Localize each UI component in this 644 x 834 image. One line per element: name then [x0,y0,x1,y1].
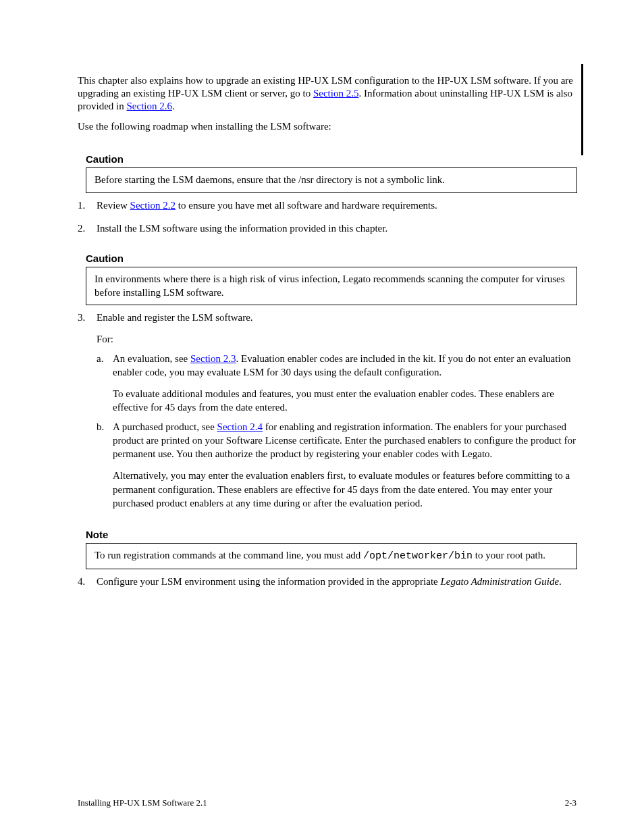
step-3-body: Enable and register the LSM software. [97,311,577,324]
step-4-num: 4. [78,575,97,588]
note-code: /opt/networker/bin [363,550,473,562]
note-post: to your root path. [473,550,545,561]
footer-section: Installing HP-UX LSM Software 2.1 [78,798,207,808]
substep-a: a. An evaluation, see Section 2.3. Evalu… [97,352,577,415]
substep-a-pre: An evaluation, see [113,353,190,364]
step-1: 1. Review Section 2.2 to ensure you have… [78,199,577,212]
roadmap-line: Use the following roadmap when installin… [78,120,577,133]
step-1-text-a: Review [97,200,130,211]
step-1-num: 1. [78,199,97,212]
intro-text-c: . [172,101,175,111]
step-4-post: . [559,576,562,587]
step-4-ital: Legato Administration Guide [440,576,559,587]
step-3-num: 3. [78,311,97,513]
step-2-num: 2. [78,221,97,235]
intro-paragraph: This chapter also explains how to upgrad… [78,74,577,112]
link-section-2-6[interactable]: Section 2.6 [127,101,173,111]
note-box: To run registration commands at the comm… [86,543,577,569]
caution-box-1: Before starting the LSM daemons, ensure … [86,167,577,193]
substep-b-p2: Alternatively, you may enter the evaluat… [113,469,577,510]
link-section-2-4[interactable]: Section 2.4 [217,421,263,432]
main-content: This chapter also explains how to upgrad… [78,74,577,598]
substep-b-label: b. [97,420,113,511]
note-label: Note [86,529,577,540]
step-2-body: Install the LSM software using the infor… [97,221,577,235]
caution-label-1: Caution [86,153,577,165]
step-3: 3. Enable and register the LSM software.… [78,311,577,513]
change-bar [581,64,583,155]
link-section-2-2[interactable]: Section 2.2 [130,200,176,211]
substep-a-label: a. [97,352,113,415]
step-4-pre: Configure your LSM environment using the… [97,576,440,587]
step-4: 4. Configure your LSM environment using … [78,575,577,588]
substep-b: b. A purchased product, see Section 2.4 … [97,420,577,511]
substep-b-pre: A purchased product, see [113,421,217,432]
caution-label-2: Caution [86,253,577,264]
link-section-2-5[interactable]: Section 2.5 [313,88,359,99]
note-pre: To run registration commands at the comm… [95,550,363,561]
step-2: 2. Install the LSM software using the in… [78,221,577,235]
caution-box-2: In environments where there is a high ri… [86,267,577,305]
step-1-text-b: to ensure you have met all software and … [176,200,437,211]
substep-a-p2: To evaluate additional modules and featu… [113,387,577,415]
footer-page: 2-3 [565,798,576,808]
link-section-2-3[interactable]: Section 2.3 [190,353,236,364]
step-3-for: For: [97,332,577,346]
